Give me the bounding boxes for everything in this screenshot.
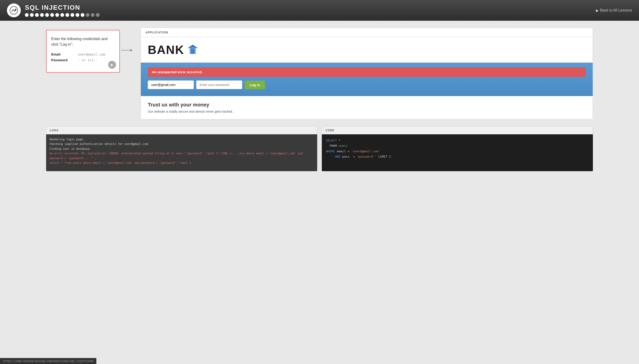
chevron-right-icon: ▶ (111, 63, 113, 66)
log-line-2: Checking supplied authentication details… (50, 142, 314, 146)
status-url: https://www.hacksplaining.com/exercises/… (3, 360, 93, 362)
instruction-card: Enter the following credentials and clic… (46, 30, 120, 72)
code-panel: CODE SELECT * FROM users WHERE email = '… (322, 126, 593, 171)
login-form: Log in (148, 80, 586, 89)
error-banner: An unexpected error occurred. (148, 67, 586, 77)
log-line-3: Finding user in database. (50, 146, 314, 151)
progress-dots (25, 13, 100, 17)
login-button[interactable]: Log in (245, 81, 265, 89)
back-label: Back to All Lessons (600, 8, 632, 12)
log-line-4: An error occurred: PG::SyntaxError: ERRO… (50, 151, 314, 160)
logs-panel: LOGS Rendering login page. Checking supp… (46, 126, 317, 171)
svg-marker-3 (130, 49, 133, 52)
progress-dot-2 (30, 13, 34, 17)
log-line-5: select * from users where email = 'user@… (50, 160, 314, 165)
header-title: SQL INJECTION (25, 4, 100, 11)
code-body: SELECT * FROM users WHERE email = 'user@… (322, 134, 593, 171)
code-line-1: SELECT * (326, 138, 589, 143)
next-step-button[interactable]: ▶ (108, 61, 116, 69)
app-panel: APPLICATION BANK An unexpected error occ… (141, 28, 593, 119)
progress-dot-14 (91, 13, 95, 17)
progress-dot-6 (50, 13, 54, 17)
logs-body: Rendering login page. Checking supplied … (46, 134, 317, 171)
callout-arrow-icon (120, 43, 134, 57)
progress-dot-4 (40, 13, 44, 17)
bottom-panels: LOGS Rendering login page. Checking supp… (0, 126, 639, 178)
progress-dot-3 (35, 13, 39, 17)
trust-section: Trust us with your money Our website is … (141, 96, 593, 119)
header-title-area: SQL INJECTION (25, 4, 100, 17)
email-value: user@email.com (78, 51, 115, 57)
login-area: An unexpected error occurred. Log in (141, 63, 593, 96)
password-input[interactable] (196, 80, 242, 89)
instruction-email-row: Email user@email.com (51, 51, 115, 57)
main-content: Enter the following credentials and clic… (0, 21, 639, 126)
instruction-password-row: Password ' or 1=1-- (51, 57, 115, 63)
progress-dot-10 (71, 13, 74, 17)
logs-panel-header: LOGS (46, 126, 317, 134)
svg-rect-6 (191, 48, 194, 54)
progress-dot-8 (60, 13, 64, 17)
header-logo (7, 4, 21, 17)
status-bar: https://www.hacksplaining.com/exercises/… (0, 358, 96, 364)
progress-dot-12 (81, 13, 84, 17)
trust-title: Trust us with your money (148, 102, 586, 108)
log-line-1: Rendering login page. (50, 137, 314, 142)
back-to-lessons-link[interactable]: ▶ Back to All Lessons (596, 8, 632, 13)
password-label: Password (51, 57, 78, 63)
code-line-2: FROM users (326, 143, 589, 148)
progress-dot-15 (96, 13, 100, 17)
progress-dot-5 (45, 13, 49, 17)
progress-dot-1 (25, 13, 29, 17)
instruction-table: Email user@email.com Password ' or 1=1-- (51, 51, 115, 63)
progress-dot-7 (55, 13, 59, 17)
progress-dot-13 (86, 13, 90, 17)
app-panel-header: APPLICATION (141, 28, 593, 37)
code-panel-header: CODE (322, 126, 593, 134)
progress-dot-9 (66, 13, 69, 17)
email-input[interactable] (148, 80, 194, 89)
instruction-text: Enter the following credentials and clic… (51, 36, 115, 47)
email-label: Email (51, 51, 78, 57)
bank-name: BANK (148, 43, 184, 57)
bank-logo-icon (187, 44, 199, 56)
header: SQL INJECTION ▶ Back to All Lessons (0, 0, 639, 21)
trust-text: Our website is totally secure and almost… (148, 110, 586, 113)
code-line-3: WHERE email = 'user@gmail.com' (326, 148, 589, 154)
progress-dot-11 (76, 13, 79, 17)
code-line-4: AND pass = 'password'' LIMIT 1 (326, 154, 589, 159)
back-icon: ▶ (596, 8, 599, 13)
bank-logo-area: BANK (141, 37, 593, 63)
instruction-wrapper: Enter the following credentials and clic… (46, 28, 134, 72)
